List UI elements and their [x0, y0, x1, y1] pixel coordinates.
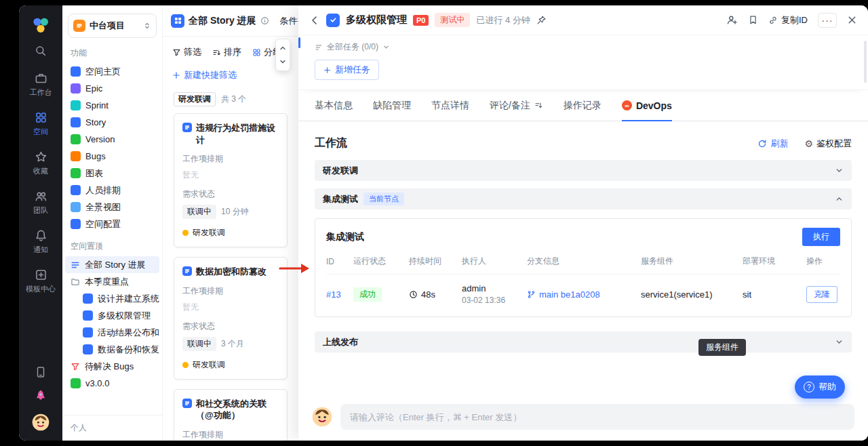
story-icon: [182, 123, 192, 132]
stage-release[interactable]: 上线发布: [315, 331, 852, 352]
sidebar-item-space-config[interactable]: 空间配置: [65, 216, 159, 232]
version-icon: [71, 134, 81, 144]
mobile-app-icon[interactable]: [35, 366, 47, 378]
sidebar-item-multilevel-permission[interactable]: 多级权限管理: [65, 307, 159, 324]
user-avatar[interactable]: [32, 413, 50, 431]
run-id-link[interactable]: #13: [326, 289, 353, 300]
story-icon: [83, 310, 93, 321]
sidebar-item-v300[interactable]: v3.0.0: [65, 375, 159, 392]
bookmark-icon[interactable]: [748, 15, 758, 25]
workflow-actions: 刷新 ⚙ 鉴权配置: [757, 138, 852, 150]
add-watcher-icon[interactable]: [726, 14, 738, 26]
sidebar-item-pending-bugs[interactable]: 待解决 Bugs: [65, 358, 159, 375]
tab-comments[interactable]: 评论/备注: [490, 90, 543, 121]
run-button[interactable]: 执行: [802, 228, 840, 246]
story-card[interactable]: 违规行为处罚措施设计 工作项排期 暂无 需求状态 联调中10 分钟 研发联调: [174, 113, 288, 247]
duration-cell: 48s: [409, 289, 462, 300]
sidebar-item-label: 图表: [85, 167, 103, 180]
rail-item-label: 模板中心: [26, 284, 56, 294]
story-icon: [182, 266, 192, 276]
card-title: 数据加密和防篡改: [196, 266, 267, 278]
subtask-icon: [315, 43, 323, 52]
sidebar-item-epic[interactable]: Epic: [65, 80, 159, 97]
back-button[interactable]: [309, 15, 320, 26]
help-button[interactable]: ? 帮助: [795, 376, 845, 399]
rail-item-space[interactable]: 空间: [33, 111, 48, 137]
sidebar-item-design-system[interactable]: 设计并建立系统化的...: [65, 290, 159, 307]
app-logo-icon[interactable]: [31, 15, 51, 35]
rail-item-team[interactable]: 团队: [33, 190, 48, 216]
gear-icon: [71, 219, 81, 229]
sidebar-item-activity-result[interactable]: 活动结果公布和奖励...: [65, 324, 159, 341]
rail-item-favorites[interactable]: 收藏: [33, 150, 48, 176]
stage-name: 研发联调: [323, 165, 358, 177]
card-field-value: 暂无: [182, 302, 279, 313]
add-task-button[interactable]: 新增任务: [315, 60, 379, 80]
tab-defect-management[interactable]: 缺陷管理: [373, 90, 411, 121]
detail-header-actions: 复制ID ···: [726, 13, 857, 28]
status-badge[interactable]: 测试中: [435, 13, 470, 27]
clone-button[interactable]: 克隆: [806, 286, 837, 303]
sidebar-item-space-home[interactable]: 空间主页: [65, 63, 159, 80]
sidebar-item-quarter-focus[interactable]: 本季度重点: [65, 273, 159, 290]
rocket-icon[interactable]: [34, 389, 47, 403]
sidebar-item-panorama[interactable]: 全景视图: [65, 199, 159, 216]
sidebar-item-all-story-progress[interactable]: 全部 Story 进展: [65, 256, 159, 273]
sidebar-item-bugs[interactable]: Bugs: [65, 148, 159, 165]
sidebar-item-staff-schedule[interactable]: 人员排期: [65, 182, 159, 199]
new-quick-filter-button[interactable]: 新建快捷筛选: [163, 61, 317, 87]
stage-integration-test[interactable]: 集成测试 当前节点: [315, 188, 852, 209]
info-icon[interactable]: [260, 16, 269, 25]
refresh-button[interactable]: 刷新: [757, 138, 788, 150]
tab-node-details[interactable]: 节点详情: [431, 90, 469, 121]
board-scroll-widget[interactable]: [275, 39, 290, 71]
deploy-env-cell: sit: [743, 289, 806, 300]
more-actions-button[interactable]: ···: [818, 13, 837, 28]
stage-dev-joint-debug[interactable]: 研发联调: [315, 160, 852, 181]
all-tasks-toggle[interactable]: 全部任务 (0/0): [315, 41, 852, 53]
card-field-label: 工作项排期: [182, 285, 279, 297]
close-icon[interactable]: [847, 15, 857, 25]
auth-config-label: 鉴权配置: [816, 138, 852, 150]
search-icon[interactable]: [35, 45, 47, 57]
scrollbar-thumb[interactable]: [864, 41, 867, 83]
board-toolbar: 筛选 排序 分组: [163, 37, 317, 61]
comment-input[interactable]: [340, 404, 854, 430]
devops-icon: [622, 100, 632, 110]
filter-button[interactable]: 筛选: [172, 46, 201, 58]
success-badge: 成功: [353, 287, 382, 302]
pin-icon[interactable]: [536, 15, 547, 25]
story-icon: [83, 327, 93, 338]
story-card[interactable]: 数据加密和防篡改 工作项排期 暂无 需求状态 联调中3 个月 研发联调: [174, 257, 288, 380]
new-quick-filter-label: 新建快捷筛选: [184, 69, 237, 81]
sidebar-item-story[interactable]: Story: [65, 114, 159, 131]
sidebar-item-version[interactable]: Version: [65, 131, 159, 148]
branch-link[interactable]: main be1a0208: [527, 289, 641, 300]
project-selector[interactable]: 中台项目: [68, 14, 157, 38]
copy-id-button[interactable]: 复制ID: [768, 14, 808, 26]
rail-item-workbench[interactable]: 工作台: [30, 72, 52, 98]
tab-basic-info[interactable]: 基本信息: [315, 90, 353, 121]
rail-item-templates[interactable]: 模板中心: [26, 268, 56, 294]
story-card[interactable]: 和社交系统的关联（@功能） 工作项排期 暂无 需求状态 联调中3 个月: [174, 389, 288, 441]
sidebar-item-label: 活动结果公布和奖励...: [98, 327, 159, 339]
personal-section-label[interactable]: 个人: [62, 415, 162, 441]
priority-badge[interactable]: P0: [413, 15, 429, 26]
sidebar-item-charts[interactable]: 图表: [65, 165, 159, 182]
card-field-value: 暂无: [182, 169, 279, 181]
sidebar-item-backup-restore[interactable]: 数据备份和恢复: [65, 341, 159, 358]
scroll-up-icon[interactable]: [279, 44, 287, 52]
tab-activity-log[interactable]: 操作记录: [564, 90, 601, 121]
tab-devops[interactable]: DevOps: [622, 90, 672, 121]
sidebar-item-sprint[interactable]: Sprint: [65, 97, 159, 114]
sidebar-item-label: Epic: [85, 83, 102, 94]
user-avatar[interactable]: [312, 407, 332, 427]
auth-config-button[interactable]: ⚙ 鉴权配置: [804, 138, 852, 150]
sort-button[interactable]: 排序: [212, 46, 241, 58]
clock-icon: [409, 290, 418, 299]
col-duration: 持续时间: [409, 256, 462, 267]
rail-item-notifications[interactable]: 通知: [33, 229, 48, 255]
column-status-tag[interactable]: 研发联调: [174, 92, 216, 106]
scroll-down-icon[interactable]: [279, 58, 287, 66]
features-list: 空间主页 Epic Sprint Story Version Bugs 图表 人…: [62, 63, 162, 232]
